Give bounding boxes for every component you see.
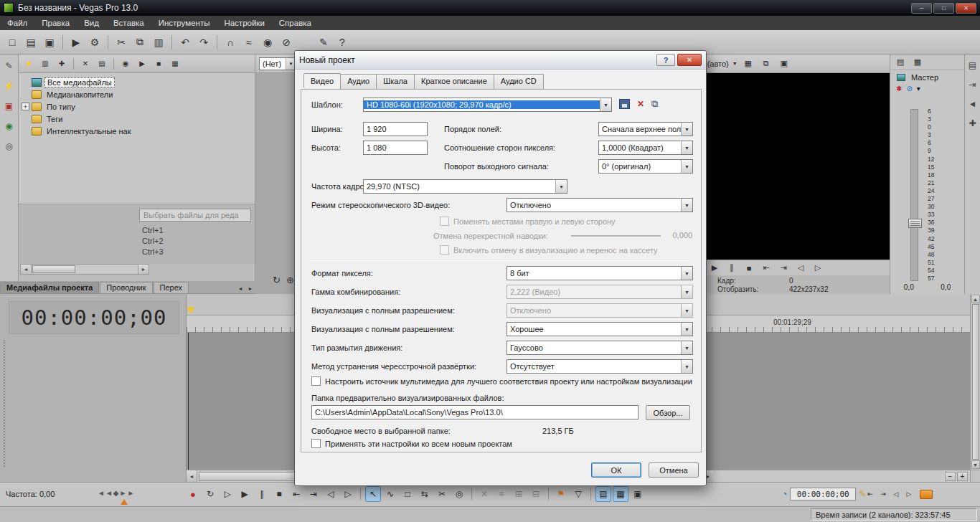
render-as-button[interactable]: ▶ xyxy=(67,34,85,51)
panel-list-icon[interactable]: ▤ xyxy=(966,58,980,72)
help-select-button[interactable]: ? xyxy=(334,34,351,51)
tab-audio-cd[interactable]: Аудио CD xyxy=(494,74,544,89)
maximize-button[interactable]: □ xyxy=(933,3,954,14)
menu-options[interactable]: Настройки xyxy=(217,16,271,30)
next-frame-button[interactable]: ▷ xyxy=(340,486,356,502)
tree-item-smart-bins[interactable]: Интеллектуальные нак xyxy=(19,125,255,137)
go-to-end-button[interactable]: ⇥ xyxy=(306,486,321,502)
tab-explorer[interactable]: Проводник xyxy=(100,282,152,293)
mixer-list-icon[interactable]: ▤ xyxy=(893,55,908,70)
pixel-aspect-combo[interactable]: 1,0000 (Квадрат) ▼ xyxy=(598,141,693,155)
chevron-down-icon[interactable]: ▼ xyxy=(555,180,567,193)
zoom-edit-tool-button[interactable]: ◎ xyxy=(451,486,467,502)
tab-video[interactable]: Видео xyxy=(303,73,341,88)
paste-button[interactable]: ▥ xyxy=(150,34,167,51)
pause-button[interactable]: ∥ xyxy=(254,486,270,502)
menu-help[interactable]: Справка xyxy=(272,16,319,30)
chevron-down-icon[interactable]: ▼ xyxy=(681,123,692,136)
copy-settings-icon[interactable]: ⧉ xyxy=(651,98,658,110)
slip-edit-tool-button[interactable]: ⇆ xyxy=(417,486,433,502)
lightning-icon[interactable]: ⚡ xyxy=(2,79,17,93)
chevron-down-icon[interactable]: ▼ xyxy=(681,285,692,298)
chevron-down-icon[interactable]: ▼ xyxy=(681,304,692,317)
mixer-toggle-button[interactable]: ▤ xyxy=(595,486,611,502)
dialog-close-button[interactable]: ✕ xyxy=(677,54,702,66)
cut-button[interactable]: ✂ xyxy=(113,34,130,51)
capture-video-button[interactable]: ▥ xyxy=(38,57,52,71)
record-button[interactable]: ● xyxy=(185,486,201,502)
preview-go-end-button[interactable]: ⇥ xyxy=(776,261,791,275)
nav-end-icon[interactable]: ⇥ xyxy=(877,488,889,500)
dialog-help-button[interactable]: ? xyxy=(656,54,675,66)
refresh-icon[interactable]: ↻ xyxy=(273,275,281,285)
tree-expander[interactable]: + xyxy=(22,103,29,110)
tab-project-media[interactable]: Медиафайлы проекта xyxy=(0,282,99,293)
scroll-left-icon[interactable]: ◄ xyxy=(21,265,32,274)
swap-lr-checkbox[interactable]: Поменять местами правую и левую сторону xyxy=(440,217,616,226)
zoom-out-button[interactable]: − xyxy=(945,472,956,481)
master-fader-track[interactable] xyxy=(910,109,918,281)
open-project-button[interactable]: ▤ xyxy=(22,34,39,51)
minimize-button[interactable]: ─ xyxy=(911,3,932,14)
tree-item-all-media[interactable]: Все медиафайлы xyxy=(19,76,255,88)
scrub-marker-icon[interactable] xyxy=(121,499,128,505)
gamma-combo[interactable]: 2,222 (Видео) ▼ xyxy=(507,285,693,299)
chevron-down-icon[interactable]: ▾ xyxy=(917,85,920,92)
project-properties-button[interactable]: ⚙ xyxy=(86,34,103,51)
master-fader-handle[interactable] xyxy=(908,219,922,228)
tab-summary[interactable]: Краткое описание xyxy=(414,74,494,89)
menu-tools[interactable]: Инструменты xyxy=(151,16,217,30)
mixer-grid-icon[interactable]: ▦ xyxy=(910,55,925,70)
playhead-line[interactable] xyxy=(188,333,189,470)
previous-frame-button[interactable]: ◁ xyxy=(323,486,339,502)
scroll-down-icon[interactable]: ▼ xyxy=(971,460,980,469)
track-drag-handle[interactable] xyxy=(4,340,5,467)
width-input[interactable]: 1 920 xyxy=(363,122,428,136)
rotation-combo[interactable]: 0° (оригинал) ▼ xyxy=(598,159,693,174)
split-trim-tool-button[interactable]: ✂ xyxy=(434,486,450,502)
tree-item-tags[interactable]: Теги xyxy=(19,113,255,125)
speaker-icon[interactable]: ◄ xyxy=(966,97,980,111)
import-media-button[interactable]: ⚡ xyxy=(22,57,36,71)
ok-button[interactable]: ОК xyxy=(591,462,641,478)
pen-tool-button[interactable]: ✎ xyxy=(315,34,332,51)
playhead-marker-icon[interactable] xyxy=(187,307,195,314)
close-button[interactable]: ✕ xyxy=(956,3,976,14)
edit-extra-button-2[interactable]: ≡ xyxy=(494,486,509,502)
lock-envelopes-toggle-button[interactable]: ◉ xyxy=(259,34,276,51)
chevron-down-icon[interactable]: ▼ xyxy=(681,323,692,336)
tab-audio[interactable]: Аудио xyxy=(340,74,377,89)
redo-button[interactable]: ↷ xyxy=(195,34,212,51)
preview-stop-button[interactable]: ■ xyxy=(742,261,756,275)
save-project-button[interactable]: ▣ xyxy=(41,34,58,51)
menu-file[interactable]: Файл xyxy=(0,16,34,30)
snap-toggle-button[interactable]: ∩ xyxy=(222,34,239,51)
match-media-checkbox[interactable]: Настроить источник мультимедиа для лучше… xyxy=(311,376,692,386)
tree-item-by-type[interactable]: + По типу xyxy=(19,100,255,113)
preview-play-button[interactable]: ▶ xyxy=(707,261,722,275)
tab-scroll-left-icon[interactable]: ◄ xyxy=(235,283,245,293)
save-template-icon[interactable] xyxy=(619,99,630,109)
full-res-quality-combo[interactable]: Хорошее ▼ xyxy=(507,322,693,336)
edit-extra-button-3[interactable]: ⊞ xyxy=(511,486,527,502)
template-combo[interactable]: HD 1080-60i (1920x1080; 29,970 кадр/с) ▼ xyxy=(363,98,612,112)
device-icon[interactable]: ▣ xyxy=(2,99,17,113)
nav-next-icon[interactable]: ▷ xyxy=(903,488,915,500)
trimmer-media-combo[interactable]: (Нет) ▼ xyxy=(259,57,296,70)
network-icon[interactable]: ◉ xyxy=(2,119,17,133)
menu-insert[interactable]: Вставка xyxy=(106,16,151,30)
copy-button[interactable]: ⧉ xyxy=(131,34,149,51)
chevron-down-icon[interactable]: ▼ xyxy=(600,98,611,111)
chevron-down-icon[interactable]: ▼ xyxy=(681,341,692,354)
auto-preview-button[interactable]: ◉ xyxy=(118,57,133,71)
selection-edit-tool-button[interactable]: □ xyxy=(400,486,415,502)
crosstalk-slider[interactable] xyxy=(571,235,661,237)
preview-stop-button[interactable]: ■ xyxy=(151,57,166,71)
scrollbar-thumb[interactable] xyxy=(972,304,979,460)
height-input[interactable]: 1 080 xyxy=(363,141,428,155)
search-icon[interactable]: ◎ xyxy=(2,139,17,153)
chevron-down-icon[interactable]: ▼ xyxy=(681,160,692,173)
media-horizontal-scrollbar[interactable]: ◄ ► xyxy=(20,264,149,275)
time-display[interactable]: 00:00:00;00 xyxy=(9,301,179,334)
media-properties-button[interactable]: ▤ xyxy=(95,57,109,71)
